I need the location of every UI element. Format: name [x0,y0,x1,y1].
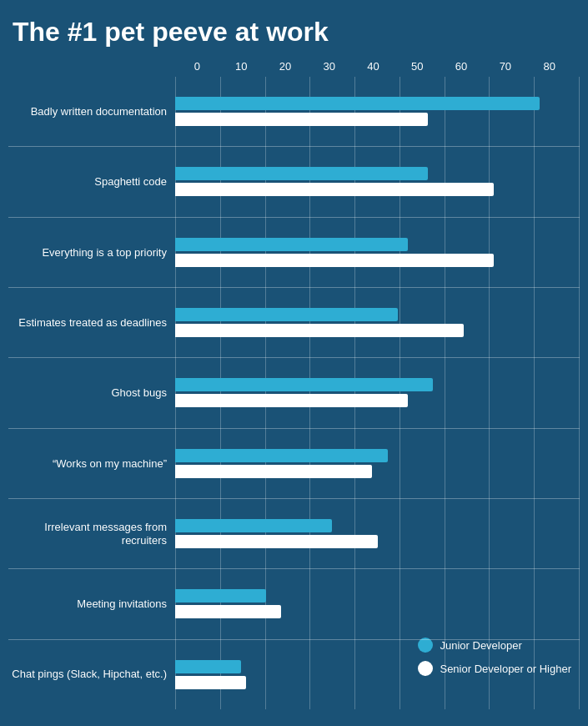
y-label-group: Chat pings (Slack, Hipchat, etc.) [8,640,175,709]
x-axis-label: 60 [440,60,484,73]
bar-row-senior [175,324,580,337]
x-axis-label: 80 [527,60,571,73]
bar-row-junior [175,308,580,321]
y-label-text: Chat pings (Slack, Hipchat, etc.) [12,668,167,681]
chart-area: 01020304050607080 Badly written document… [8,60,580,709]
bar-junior [175,519,332,532]
bar-row-junior [175,660,580,673]
bar-row-junior [175,167,580,180]
y-label-text: Badly written documentation [31,105,167,118]
bar-senior [175,676,246,689]
bar-row-junior [175,449,580,462]
bar-senior [175,394,408,407]
bar-row-senior [175,394,580,407]
bar-row-junior [175,378,580,391]
bar-senior [175,324,464,337]
x-axis-label: 40 [351,60,395,73]
y-label-text: Meeting invitations [77,597,167,611]
y-label-text: Spaghetti code [94,175,167,189]
bar-row-senior [175,183,580,196]
bar-group [175,77,580,147]
y-label-group: Ghost bugs [8,358,175,428]
bar-senior [175,254,494,267]
bar-row-junior [175,589,580,602]
chart-container: The #1 pet peeve at work 010203040506070… [0,0,588,726]
y-label-text: Irrelevant messages from recruiters [8,521,167,547]
y-label-group: Meeting invitations [8,569,175,639]
bar-row-senior [175,605,580,618]
y-label-group: “Works on my machine” [8,429,175,499]
x-axis-label: 20 [264,60,308,73]
x-axis-label: 70 [483,60,527,73]
bar-senior [175,605,281,618]
y-label-text: “Works on my machine” [53,457,167,471]
x-axis-label: 0 [175,60,219,73]
bar-group [175,569,580,639]
chart-body: Badly written documentationSpaghetti cod… [8,77,580,709]
y-label-group: Everything is a top priority [8,218,175,288]
y-label-group: Irrelevant messages from recruiters [8,499,175,569]
bar-row-junior [175,238,580,251]
x-axis-label: 10 [219,60,264,73]
bar-row-senior [175,113,580,126]
bar-group [175,147,580,217]
bar-junior [175,449,388,462]
bar-group [175,358,580,428]
x-axis: 01020304050607080 [175,60,571,73]
bar-group [175,499,580,569]
bars-area [175,77,580,709]
bar-row-senior [175,535,580,548]
y-label-group: Spaghetti code [8,147,175,217]
bar-junior [175,589,266,602]
y-label-group: Badly written documentation [8,77,175,147]
bar-junior [175,97,540,110]
bar-junior [175,167,428,180]
y-label-group: Estimates treated as deadlines [8,288,175,358]
chart-title: The #1 pet peeve at work [8,17,580,48]
x-axis-label: 30 [307,60,351,73]
x-axis-label: 50 [395,60,440,73]
y-label-text: Everything is a top priority [42,246,167,260]
bar-row-senior [175,676,580,689]
bar-group [175,640,580,709]
bar-senior [175,465,372,478]
bar-junior [175,308,398,321]
bar-group [175,429,580,499]
bar-row-senior [175,465,580,478]
y-labels: Badly written documentationSpaghetti cod… [8,77,175,709]
y-label-text: Estimates treated as deadlines [18,316,167,330]
bar-junior [175,660,241,673]
bar-row-junior [175,519,580,532]
bar-group [175,288,580,358]
bar-group [175,218,580,288]
bar-junior [175,238,408,251]
bar-senior [175,183,494,196]
bar-row-junior [175,97,580,110]
bar-senior [175,113,428,126]
y-label-text: Ghost bugs [112,386,168,400]
bar-senior [175,535,378,548]
bar-row-senior [175,254,580,267]
bar-junior [175,378,433,391]
